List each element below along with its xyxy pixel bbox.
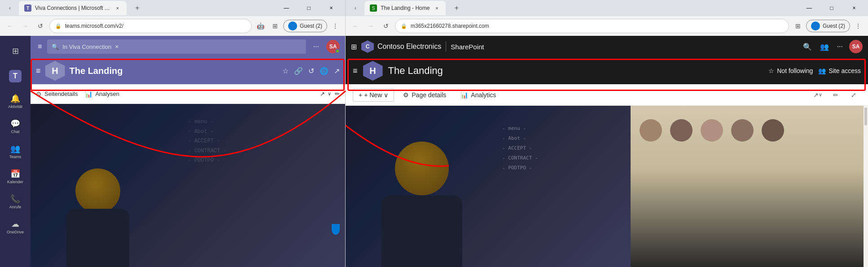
sp-avatar-initials: SA — [852, 43, 860, 50]
new-button[interactable]: + + New ∨ — [353, 88, 394, 102]
teams-avatar-initials: SA — [329, 43, 337, 50]
expand-button-right[interactable]: ⤢ — [846, 88, 861, 102]
site-access-button[interactable]: 👥 Site access — [818, 67, 861, 74]
right-sidebar-icon[interactable]: ⊞ — [792, 20, 804, 32]
right-url-text: m365x21660278.sharepoint.com — [411, 23, 783, 29]
not-following-button[interactable]: ☆ Not following — [768, 67, 813, 74]
analytics-button[interactable]: 📊 Analytics — [455, 89, 501, 101]
sidebar-item-onedrive[interactable]: ☁ OneDrive — [4, 215, 27, 238]
landing-share-icon[interactable]: ↗ — [334, 67, 340, 75]
right-new-tab-button[interactable]: + — [450, 2, 463, 14]
left-maximize-button[interactable]: □ — [298, 0, 319, 16]
share-button-right[interactable]: ↗ ∨ — [811, 88, 825, 102]
left-close-button[interactable]: × — [321, 0, 342, 16]
left-browser-tab[interactable]: T Viva Connections | Microsoft Te... × — [19, 1, 127, 15]
teams-search-clear[interactable]: × — [115, 43, 118, 50]
left-tab-close[interactable]: × — [114, 4, 121, 12]
right-guest-badge[interactable]: 👤 Guest (2) — [806, 20, 850, 32]
right-scrollbar[interactable] — [864, 106, 868, 267]
left-address-bar-row: ← → ↺ 🔒 teams.microsoft.com/v2/ 🤖 ⊞ 👤 Gu… — [0, 16, 345, 36]
content-photo-right-right: Meet the team behind the design: How par… — [631, 106, 864, 267]
sp-waffle-icon[interactable]: ⊞ — [351, 43, 357, 51]
right-minimize-button[interactable]: — — [799, 0, 820, 16]
left-back-button[interactable]: ← — [4, 20, 16, 32]
teams-presence-dot — [335, 49, 340, 53]
left-new-tab-button[interactable]: + — [131, 2, 144, 14]
right-refresh-button[interactable]: ↺ — [380, 20, 392, 32]
landing-globe-icon[interactable]: 🌐 — [320, 67, 329, 75]
landing-menu-right-icon[interactable]: ≡ — [353, 66, 358, 76]
left-win-controls: — □ × — [276, 0, 342, 16]
left-url-text: teams.microsoft.com/v2/ — [65, 23, 246, 29]
sidebar-item-waffle[interactable]: ⊞ — [4, 39, 27, 63]
right-forward-button[interactable]: → — [364, 20, 377, 32]
landing-refresh-icon[interactable]: ↺ — [308, 67, 314, 75]
left-minimize-button[interactable]: — — [276, 0, 297, 16]
teams-user-avatar[interactable]: SA — [326, 40, 340, 53]
right-browser-tab[interactable]: S The Landing - Home × — [364, 1, 446, 15]
content-area-right: - menu -- Abot -- ACCEPT -- CONTRACT -- … — [346, 106, 868, 267]
right-address-input[interactable]: 🔒 m365x21660278.sharepoint.com — [395, 19, 789, 33]
landing-star-icon[interactable]: ☆ — [282, 67, 289, 75]
left-address-input[interactable]: 🔒 teams.microsoft.com/v2/ — [49, 19, 252, 33]
left-copilot-icon[interactable]: 🤖 — [254, 20, 267, 32]
teams-more-icon[interactable]: ··· — [310, 41, 323, 52]
left-guest-badge[interactable]: 👤 Guest (2) — [283, 20, 327, 32]
analytics-item-left[interactable]: 📊 Analysen — [85, 90, 119, 98]
sp-user-avatar[interactable]: SA — [849, 40, 863, 53]
tab-scroll-left[interactable]: ‹ — [4, 2, 16, 14]
page-details-label-right: Page details — [412, 91, 446, 99]
right-back-button[interactable]: ← — [349, 20, 362, 32]
page-details-button[interactable]: ⚙ Page details — [398, 89, 452, 101]
sidebar-item-teams[interactable]: T — [4, 65, 27, 88]
search-icon: 🔍 — [52, 43, 59, 50]
right-menu-icon[interactable]: ⋮ — [852, 20, 864, 32]
sharepoint-tab-icon: S — [370, 4, 377, 12]
left-refresh-button[interactable]: ↺ — [34, 20, 47, 32]
calls-label: Anrufe — [9, 205, 22, 209]
share-item-left[interactable]: ↗ ∨ — [320, 90, 331, 97]
content-main-right: - menu -- Abot -- ACCEPT -- CONTRACT -- … — [346, 106, 864, 267]
page-toolbar-left: ⚙ Seitendetails 📊 Analysen ↗ ∨ ✏ — [31, 84, 345, 104]
edit-button-right[interactable]: ✏ — [829, 88, 843, 102]
teams-search-input[interactable]: 🔍 In Viva Connection × — [47, 39, 306, 54]
teams-tab-icon: T — [24, 4, 31, 12]
landing-toolbar-left: ☆ 🔗 ↺ 🌐 ↗ — [282, 67, 340, 75]
sp-share-icon[interactable]: 👥 — [818, 41, 831, 53]
page-details-item-left[interactable]: ⚙ Seitendetails — [36, 90, 78, 98]
landing-link-icon[interactable]: 🔗 — [294, 67, 303, 75]
person-head-left — [75, 168, 120, 213]
group-photo-bg — [631, 106, 864, 267]
left-sidebar-icon[interactable]: ⊞ — [269, 20, 281, 32]
teams-sidebar: ⊞ T 🔔 Aktivität 💬 Chat 👥 Teams 📅 Kalende… — [0, 36, 31, 267]
edit-item-left[interactable]: ✏ — [335, 90, 340, 97]
right-tab-close[interactable]: × — [433, 4, 440, 12]
sp-search-icon[interactable]: 🔍 — [801, 41, 814, 53]
people-icon-right: 👥 — [818, 67, 826, 74]
left-guest-avatar: 👤 — [288, 22, 297, 30]
teams-search-bar: ≡ 🔍 In Viva Connection × ··· SA — [31, 36, 345, 57]
edit-icon-right: ✏ — [833, 91, 838, 99]
landing-menu-left-icon[interactable]: ≡ — [36, 66, 41, 76]
left-forward-button[interactable]: → — [19, 20, 31, 32]
sidebar-item-chat[interactable]: 💬 Chat — [4, 115, 27, 138]
analytics-icon-left: 📊 — [85, 90, 92, 98]
sp-toolbar-right: 🔍 👥 ··· SA — [801, 40, 863, 53]
teams-hamburger-icon[interactable]: ≡ — [36, 41, 44, 52]
calendar-label: Kalender — [7, 180, 23, 184]
sidebar-item-calls[interactable]: 📞 Anrufe — [4, 190, 27, 213]
person-body-right — [381, 195, 462, 267]
left-browser-window: ‹ T Viva Connections | Microsoft Te... ×… — [0, 0, 346, 267]
expand-icon-right: ⤢ — [851, 91, 856, 99]
person-photo-left — [66, 168, 138, 267]
right-app-content: ⊞ C Contoso Electronics SharePoint 🔍 👥 ·… — [346, 36, 868, 267]
sp-more-icon[interactable]: ··· — [835, 41, 845, 52]
sidebar-item-teams-nav[interactable]: 👥 Teams — [4, 140, 27, 163]
right-scrollbar-thumb[interactable] — [864, 108, 867, 125]
sidebar-item-activity[interactable]: 🔔 Aktivität — [4, 90, 27, 113]
right-tab-scroll-left[interactable]: ‹ — [349, 2, 362, 14]
left-menu-icon[interactable]: ⋮ — [329, 20, 342, 32]
right-close-button[interactable]: × — [844, 0, 864, 16]
right-maximize-button[interactable]: □ — [821, 0, 842, 16]
sidebar-item-calendar[interactable]: 📅 Kalender — [4, 165, 27, 188]
